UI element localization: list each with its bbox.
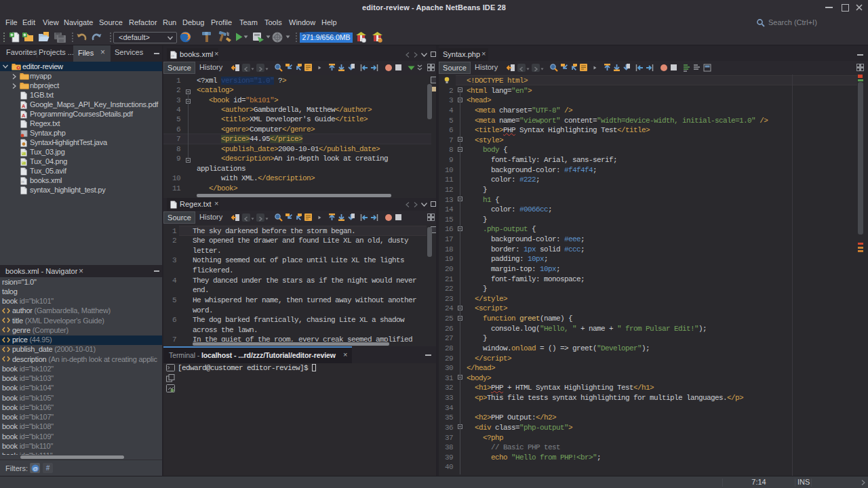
svg-text:@: @ [32,465,37,471]
svg-text:A: A [22,112,26,118]
svg-text:‹›: ‹› [172,54,174,58]
svg-text:A: A [22,102,26,108]
svg-text:‹›: ‹› [22,180,24,184]
